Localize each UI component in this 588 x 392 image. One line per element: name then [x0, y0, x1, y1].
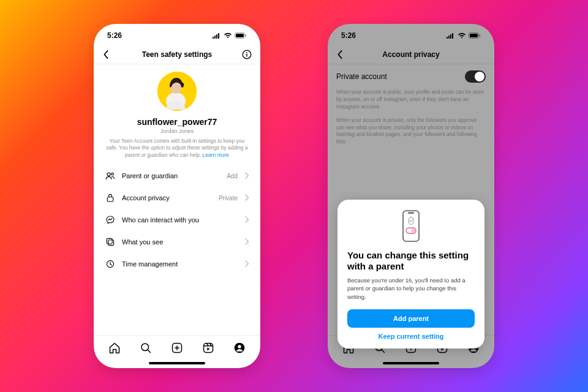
tab-reels[interactable] — [202, 342, 214, 356]
tab-home[interactable] — [108, 342, 121, 356]
svg-rect-2 — [216, 34, 217, 39]
svg-point-13 — [107, 173, 110, 176]
private-toggle[interactable] — [465, 70, 486, 83]
status-icons — [447, 32, 481, 39]
signal-icon — [447, 32, 455, 39]
tab-create[interactable] — [171, 342, 183, 356]
svg-rect-36 — [403, 211, 419, 241]
wifi-icon — [458, 32, 466, 39]
phone-right: 5:26 Account privacy Private account Whe… — [328, 24, 494, 368]
page-title: Teen safety settings — [142, 50, 212, 59]
svg-rect-15 — [107, 197, 113, 202]
status-bar: 5:26 — [328, 24, 494, 45]
clock: 5:26 — [107, 31, 122, 40]
description: Your Teen Account comes with built-in se… — [105, 138, 249, 159]
chevron-right-icon — [245, 216, 249, 224]
add-parent-button[interactable]: Add parent — [347, 309, 475, 328]
clock: 5:26 — [341, 31, 356, 40]
row-who-interact[interactable]: Who can interact with you — [96, 209, 258, 231]
page-title: Account privacy — [382, 50, 439, 59]
svg-point-39 — [411, 228, 415, 232]
status-bar: 5:26 — [94, 24, 260, 45]
content: sunflower_power77 Jordan Jones Your Teen… — [94, 64, 260, 335]
row-label: Account privacy — [122, 194, 213, 202]
privacy-description-1: When your account is public, your profil… — [328, 89, 494, 117]
chevron-right-icon — [245, 238, 249, 246]
settings-list: Parent or guardian Add Account privacy P… — [94, 161, 260, 275]
keep-setting-button[interactable]: Keep current setting — [347, 333, 475, 340]
home-icon — [108, 342, 121, 354]
battery-icon — [469, 32, 481, 39]
chevron-left-icon — [102, 50, 110, 59]
svg-rect-9 — [246, 53, 247, 56]
profile-icon — [233, 342, 246, 354]
svg-rect-29 — [470, 34, 478, 37]
svg-rect-5 — [236, 34, 244, 37]
svg-rect-3 — [218, 33, 219, 39]
status-icons — [213, 32, 247, 39]
people-icon — [105, 171, 116, 181]
info-button[interactable] — [238, 50, 252, 59]
svg-rect-25 — [448, 36, 450, 39]
signal-icon — [213, 32, 221, 39]
svg-rect-21 — [204, 343, 213, 352]
back-button[interactable] — [336, 50, 350, 59]
wifi-icon — [224, 32, 232, 39]
chevron-left-icon — [336, 50, 344, 59]
modal-title: You can change this setting with a paren… — [347, 250, 475, 273]
search-icon — [140, 342, 152, 354]
avatar-image — [157, 72, 197, 111]
content-icon — [105, 237, 116, 247]
real-name: Jordan Jones — [160, 128, 194, 134]
svg-point-14 — [111, 173, 114, 176]
phone-left: 5:26 Teen safety settings — [94, 24, 260, 368]
tab-search[interactable] — [140, 342, 152, 356]
tab-profile[interactable] — [233, 342, 246, 356]
info-icon — [242, 50, 252, 59]
svg-rect-37 — [408, 212, 414, 213]
home-indicator — [383, 362, 439, 364]
privacy-description-2: When your account is private, only the f… — [328, 117, 494, 153]
modal-illustration — [347, 209, 475, 244]
row-what-you-see[interactable]: What you see — [96, 231, 258, 253]
clock-icon — [105, 259, 116, 269]
messenger-icon — [105, 215, 116, 225]
row-account-privacy[interactable]: Account privacy Private — [96, 187, 258, 209]
svg-rect-1 — [214, 36, 216, 39]
row-parent-guardian[interactable]: Parent or guardian Add — [96, 165, 258, 187]
home-indicator — [149, 362, 205, 364]
svg-rect-26 — [450, 34, 451, 39]
navbar: Teen safety settings — [94, 45, 260, 64]
row-label: Time management — [122, 260, 239, 268]
svg-point-8 — [246, 51, 247, 53]
learn-more-link[interactable]: Learn more — [201, 152, 229, 158]
row-label: Who can interact with you — [122, 216, 239, 224]
svg-rect-27 — [452, 33, 453, 39]
svg-rect-6 — [246, 34, 247, 37]
row-label: Parent or guardian — [122, 172, 221, 179]
parent-required-modal: You can change this setting with a paren… — [337, 200, 484, 349]
chevron-right-icon — [245, 194, 249, 202]
private-account-row: Private account — [328, 64, 494, 89]
avatar[interactable] — [157, 72, 197, 111]
row-value: Add — [227, 173, 238, 179]
row-label: What you see — [122, 238, 239, 246]
private-account-label: Private account — [336, 72, 387, 81]
row-value: Private — [219, 195, 238, 202]
svg-rect-24 — [447, 37, 448, 39]
back-button[interactable] — [102, 50, 116, 59]
svg-rect-30 — [480, 34, 481, 37]
svg-rect-0 — [213, 37, 214, 39]
reels-icon — [202, 342, 214, 354]
chevron-right-icon — [245, 172, 249, 180]
battery-icon — [235, 32, 247, 39]
navbar: Account privacy — [328, 45, 494, 64]
svg-rect-16 — [107, 239, 112, 244]
chevron-right-icon — [245, 260, 249, 268]
modal-body: Because you're under 16, you'll need to … — [347, 276, 475, 301]
svg-point-23 — [238, 345, 241, 348]
plus-square-icon — [171, 342, 183, 354]
row-time-management[interactable]: Time management — [96, 253, 258, 275]
username: sunflower_power77 — [137, 117, 217, 127]
lock-icon — [105, 193, 116, 203]
